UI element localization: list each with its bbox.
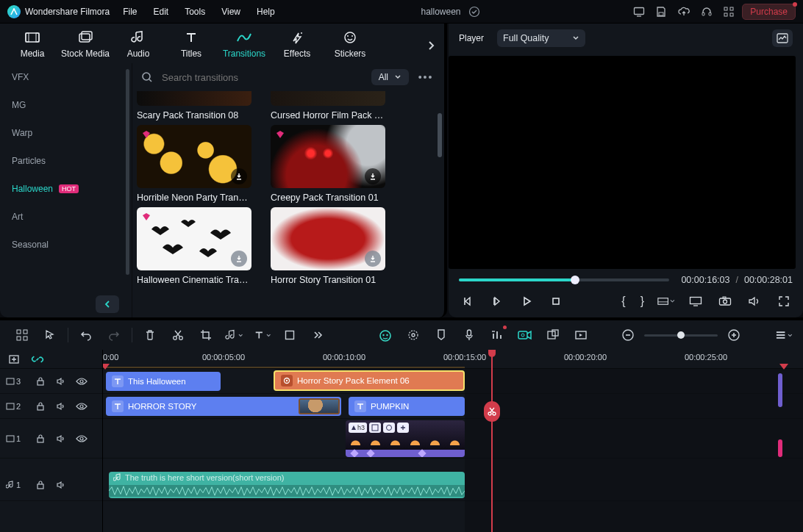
mute-icon[interactable] — [54, 400, 68, 413]
speed-button[interactable] — [225, 326, 243, 344]
fullscreen-button[interactable] — [775, 292, 793, 310]
mark-in-button[interactable]: { — [620, 295, 627, 308]
transition-card[interactable]: Halloween Cinematic Transit... — [137, 207, 251, 285]
transition-card[interactable]: Horrible Neon Party Transiti... — [137, 125, 251, 203]
video-track-3[interactable]: This Halloween Horror Story Pack Element… — [103, 369, 803, 394]
sidebar-item-vfx[interactable]: VFX — [0, 63, 132, 91]
clip-horror-story-title[interactable]: HORROR STORY — [106, 397, 341, 416]
audio-track-1[interactable]: The truth is here short version(short ve… — [103, 469, 803, 501]
video-track-1[interactable]: h3 — [103, 419, 803, 459]
clip-horror-story-element[interactable]: Horror Story Pack Element 06 — [274, 370, 465, 391]
search-input[interactable] — [160, 71, 364, 84]
mute-icon[interactable] — [54, 375, 68, 388]
headphones-icon[interactable] — [701, 6, 713, 18]
cloud-icon[interactable] — [677, 6, 690, 18]
purchase-button[interactable]: Purchase — [742, 4, 796, 20]
pointer-tool[interactable] — [41, 326, 59, 344]
visibility-icon[interactable] — [75, 375, 88, 388]
menu-tools[interactable]: Tools — [185, 7, 205, 17]
track-size-button[interactable] — [775, 326, 793, 344]
snapshot-button[interactable] — [716, 292, 734, 310]
playhead[interactable] — [491, 350, 493, 532]
ai-robot-button[interactable] — [376, 326, 394, 344]
mute-icon[interactable] — [54, 432, 68, 445]
delete-button[interactable] — [141, 326, 159, 344]
audio-mix-button[interactable] — [488, 326, 506, 344]
timeline-ruler[interactable]: :00:00 00:00:05:00 00:00:10:00 00:00:15:… — [103, 350, 803, 369]
menu-file[interactable]: File — [123, 7, 137, 17]
preview-video[interactable] — [449, 56, 796, 269]
ratio-button[interactable] — [657, 292, 675, 310]
keyframe-tool[interactable] — [281, 326, 299, 344]
visibility-icon[interactable] — [75, 400, 88, 413]
visibility-icon[interactable] — [75, 432, 88, 445]
tab-media[interactable]: Media — [6, 29, 59, 63]
video-track-2[interactable]: HORROR STORY PUMPKIN — [103, 394, 803, 419]
filter-all-dropdown[interactable]: All — [371, 69, 409, 85]
mark-out-button[interactable]: } — [639, 295, 646, 308]
download-icon[interactable] — [231, 168, 247, 184]
sidebar-item-warp[interactable]: Warp — [0, 119, 132, 147]
lock-icon[interactable] — [34, 478, 47, 492]
sidebar-scrollbar[interactable] — [126, 69, 129, 275]
track-header-t3[interactable]: 3 — [0, 369, 102, 394]
sync-ok-icon[interactable] — [468, 6, 480, 18]
render-button[interactable] — [544, 326, 562, 344]
more-tools[interactable] — [309, 326, 326, 344]
text-tool[interactable] — [253, 326, 271, 344]
timeline-tracks[interactable]: :00:00 00:00:05:00 00:00:10:00 00:00:15:… — [103, 350, 803, 532]
transition-card[interactable]: Creepy Pack Transition 01 — [271, 125, 385, 203]
sidebar-item-particles[interactable]: Particles — [0, 147, 132, 175]
sidebar-item-halloween[interactable]: Halloween HOT — [0, 175, 132, 203]
tab-titles[interactable]: Titles — [165, 29, 218, 63]
apps-grid-icon[interactable] — [723, 6, 735, 18]
undo-button[interactable] — [77, 326, 95, 344]
preview-seek-bar[interactable] — [459, 278, 669, 281]
sidebar-item-mg[interactable]: MG — [0, 91, 132, 119]
track-header-a1[interactable]: 1 — [0, 469, 102, 501]
gear-button[interactable] — [404, 326, 422, 344]
sidebar-collapse-button[interactable] — [96, 295, 119, 313]
step-back-button[interactable] — [488, 292, 506, 310]
crop-button[interactable] — [197, 326, 215, 344]
zoom-in-button[interactable] — [725, 326, 743, 344]
track-header-t1[interactable]: 1 — [0, 419, 102, 459]
seek-handle[interactable] — [571, 276, 579, 284]
tab-effects[interactable]: Effects — [271, 29, 324, 63]
redo-button[interactable] — [105, 326, 123, 344]
clip-audio[interactable]: The truth is here short version(short ve… — [109, 472, 465, 498]
display-button[interactable] — [687, 292, 704, 310]
add-track-tool[interactable] — [13, 326, 31, 344]
track-header-t2[interactable]: 2 — [0, 394, 102, 419]
tabs-scroll-right[interactable] — [424, 28, 438, 63]
lock-icon[interactable] — [34, 432, 47, 445]
monitor-icon[interactable] — [633, 6, 645, 18]
prev-frame-button[interactable] — [459, 292, 477, 310]
zoom-handle[interactable] — [677, 331, 685, 339]
transition-card[interactable]: Scary Pack Transition 08 — [137, 91, 251, 121]
download-icon[interactable] — [365, 168, 381, 184]
clip-media[interactable]: h3 — [346, 420, 465, 457]
sidebar-item-art[interactable]: Art — [0, 203, 132, 231]
compare-view-button[interactable] — [772, 29, 793, 47]
sidebar-item-seasonal[interactable]: Seasonal — [0, 231, 132, 259]
zoom-out-button[interactable] — [619, 326, 637, 344]
mute-icon[interactable] — [54, 478, 68, 492]
split-button[interactable] — [169, 326, 187, 344]
save-icon[interactable] — [655, 6, 667, 18]
export-frame-button[interactable] — [572, 326, 590, 344]
transition-card[interactable]: Horror Story Transition 01 — [271, 207, 385, 285]
stop-button[interactable] — [547, 292, 565, 310]
tab-stock-media[interactable]: Stock Media — [59, 29, 112, 63]
quality-dropdown[interactable]: Full Quality — [497, 29, 585, 47]
transition-card[interactable]: Cursed Horror Film Pack Tra... — [271, 91, 385, 121]
lock-icon[interactable] — [34, 400, 47, 413]
marker-button[interactable] — [432, 326, 450, 344]
project-name[interactable]: halloween — [421, 7, 460, 17]
link-toggle[interactable] — [31, 353, 44, 366]
lock-icon[interactable] — [34, 375, 47, 388]
cinema-button[interactable] — [516, 326, 534, 344]
quick-split-button[interactable] — [484, 401, 500, 422]
voiceover-button[interactable] — [460, 326, 478, 344]
play-button[interactable] — [518, 292, 535, 310]
